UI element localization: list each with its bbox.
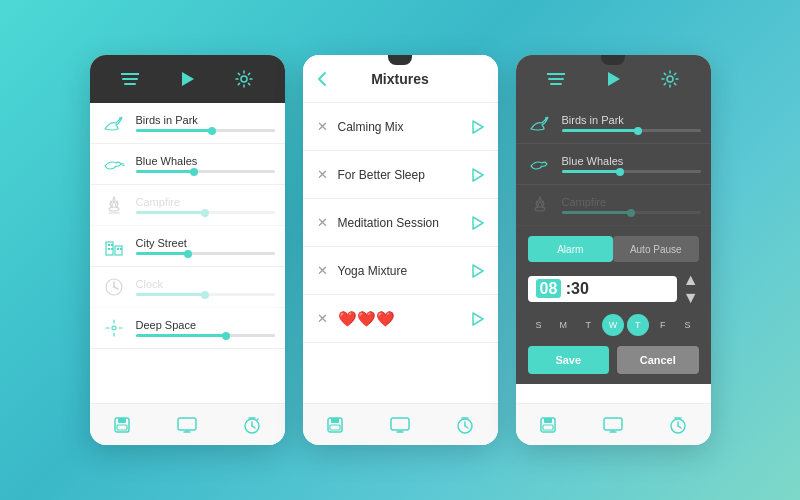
day-wed[interactable]: W [602, 314, 624, 336]
svg-rect-41 [330, 425, 340, 430]
timer-icon-3[interactable] [669, 416, 687, 434]
panel-2: Mixtures ✕ Calming Mix ✕ For Better Slee… [303, 55, 498, 445]
svg-point-19 [112, 326, 116, 330]
play-sleep-icon[interactable] [472, 168, 484, 182]
mixture-name-meditation: Meditation Session [338, 216, 462, 230]
sound-item-space[interactable]: Deep Space [90, 308, 285, 349]
svg-point-54 [545, 117, 547, 119]
slider-campfire[interactable] [136, 211, 275, 214]
sound-item-campfire[interactable]: Campfire [90, 185, 285, 226]
sound-name-city: City Street [136, 237, 275, 249]
dark-sounds: Birds in Park Blue Whales [516, 103, 711, 226]
sound-item-city[interactable]: City Street [90, 226, 285, 267]
save-icon-3[interactable] [539, 416, 557, 434]
day-fri[interactable]: F [652, 314, 674, 336]
tab-autopause[interactable]: Auto Pause [613, 236, 699, 262]
svg-point-5 [119, 117, 121, 119]
mixture-item-yoga[interactable]: ✕ Yoga Mixture [303, 247, 498, 295]
day-mon[interactable]: M [552, 314, 574, 336]
sound-name-whales: Blue Whales [136, 155, 275, 167]
day-sun[interactable]: S [528, 314, 550, 336]
mixture-item-hearts[interactable]: ✕ ❤️❤️❤️ [303, 295, 498, 343]
play-icon-3[interactable] [604, 70, 622, 88]
mixture-name-calming: Calming Mix [338, 120, 462, 134]
mixture-item-sleep[interactable]: ✕ For Better Sleep [303, 151, 498, 199]
monitor-icon[interactable] [177, 416, 197, 434]
bird-icon [100, 109, 128, 137]
svg-rect-14 [117, 248, 119, 250]
day-thu[interactable]: T [627, 314, 649, 336]
panel1-body: Birds in Park Blue Wha [90, 103, 285, 403]
day-sat[interactable]: S [676, 314, 698, 336]
save-icon-2[interactable] [326, 416, 344, 434]
remove-calming-icon[interactable]: ✕ [317, 119, 328, 134]
bird-icon-3 [526, 109, 554, 137]
menu-icon[interactable] [121, 72, 139, 86]
day-tue[interactable]: T [577, 314, 599, 336]
sound-name-whales-3: Blue Whales [562, 155, 701, 167]
sound-item-birds-3[interactable]: Birds in Park [516, 103, 711, 144]
sound-item-whales-3[interactable]: Blue Whales [516, 144, 711, 185]
play-yoga-icon[interactable] [472, 264, 484, 278]
sound-info-whales-3: Blue Whales [562, 155, 701, 173]
svg-point-55 [535, 207, 545, 211]
sound-name-birds: Birds in Park [136, 114, 275, 126]
time-spinner[interactable]: ▲ ▼ [683, 272, 699, 306]
timer-icon-2[interactable] [456, 416, 474, 434]
spinner-up[interactable]: ▲ [683, 272, 699, 288]
slider-space[interactable] [136, 334, 275, 337]
sound-item-clock[interactable]: Clock [90, 267, 285, 308]
slider-birds[interactable] [136, 129, 275, 132]
sound-info-birds-3: Birds in Park [562, 114, 701, 132]
menu-icon-3[interactable] [547, 72, 565, 86]
svg-rect-13 [111, 248, 113, 250]
monitor-icon-3[interactable] [603, 416, 623, 434]
save-icon[interactable] [113, 416, 131, 434]
slider-city[interactable] [136, 252, 275, 255]
tab-alarm[interactable]: Alarm [528, 236, 614, 262]
slider-whales[interactable] [136, 170, 275, 173]
svg-rect-59 [604, 418, 622, 430]
sound-item-whales[interactable]: Blue Whales [90, 144, 285, 185]
remove-sleep-icon[interactable]: ✕ [317, 167, 328, 182]
settings-icon-3[interactable] [661, 70, 679, 88]
svg-rect-26 [117, 425, 127, 430]
svg-point-6 [109, 207, 119, 211]
play-meditation-icon[interactable] [472, 216, 484, 230]
play-icon[interactable] [178, 70, 196, 88]
svg-rect-15 [120, 248, 122, 250]
sound-item-campfire-3[interactable]: Campfire [516, 185, 711, 226]
monitor-icon-2[interactable] [390, 416, 410, 434]
svg-line-32 [252, 426, 255, 428]
remove-meditation-icon[interactable]: ✕ [317, 215, 328, 230]
remove-yoga-icon[interactable]: ✕ [317, 263, 328, 278]
save-button[interactable]: Save [528, 346, 610, 374]
spinner-down[interactable]: ▼ [683, 290, 699, 306]
mixtures-title: Mixtures [371, 71, 429, 87]
svg-point-4 [241, 76, 247, 82]
panel3-header [516, 55, 711, 103]
mixture-item-meditation[interactable]: ✕ Meditation Session [303, 199, 498, 247]
alarm-overlay: Alarm Auto Pause 08 :30 ▲ ▼ S M T W T F [516, 226, 711, 384]
svg-rect-58 [543, 425, 553, 430]
cancel-button[interactable]: Cancel [617, 346, 699, 374]
sound-item-birds[interactable]: Birds in Park [90, 103, 285, 144]
remove-hearts-icon[interactable]: ✕ [317, 311, 328, 326]
svg-marker-35 [473, 169, 483, 181]
panel1-header [90, 55, 285, 103]
settings-icon[interactable] [235, 70, 253, 88]
play-calming-icon[interactable] [472, 120, 484, 134]
sound-info-city: City Street [136, 237, 275, 255]
mixture-item-calming[interactable]: ✕ Calming Mix [303, 103, 498, 151]
time-display: 08 :30 [528, 276, 677, 302]
slider-clock[interactable] [136, 293, 275, 296]
play-hearts-icon[interactable] [472, 312, 484, 326]
timer-icon[interactable] [243, 416, 261, 434]
panel-1: Birds in Park Blue Wha [90, 55, 285, 445]
back-button[interactable] [317, 71, 327, 87]
svg-line-18 [114, 287, 118, 289]
alarm-actions: Save Cancel [528, 346, 699, 374]
sound-info-birds: Birds in Park [136, 114, 275, 132]
svg-marker-37 [473, 265, 483, 277]
svg-marker-36 [473, 217, 483, 229]
